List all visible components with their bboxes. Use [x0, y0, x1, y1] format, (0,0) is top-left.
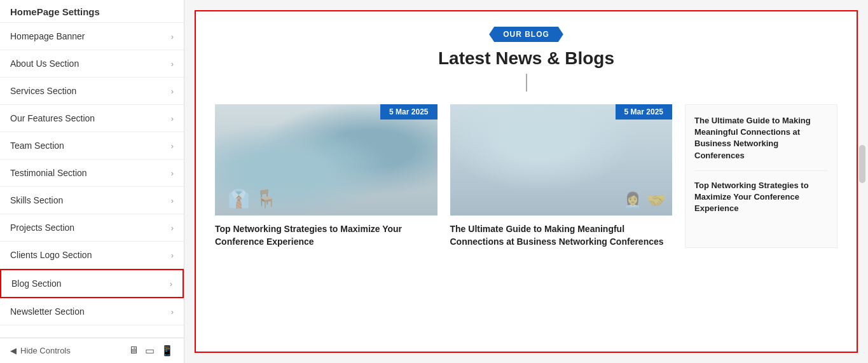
- sidebar-item-newsletter-section[interactable]: Newsletter Section ›: [0, 298, 184, 325]
- blog-card-1: 5 Mar 2025 Top Networking Strategies to …: [215, 104, 437, 248]
- tablet-icon[interactable]: ▭: [145, 345, 155, 357]
- chevron-right-icon: ›: [171, 307, 174, 317]
- sidebar-item-homepage-banner[interactable]: Homepage Banner ›: [0, 23, 184, 50]
- sidebar-item-team-section[interactable]: Team Section ›: [0, 132, 184, 160]
- sidebar-item-projects-section[interactable]: Projects Section ›: [0, 214, 184, 242]
- blog-list-item-2: Top Networking Strategies to Maximize Yo…: [694, 180, 828, 215]
- sidebar-item-clients-logo-section[interactable]: Clients Logo Section ›: [0, 242, 184, 269]
- hide-controls-label: Hide Controls: [20, 346, 71, 355]
- hide-controls-button[interactable]: ◀ Hide Controls: [10, 346, 71, 355]
- blog-list-item-1: The Ultimate Guide to Making Meaningful …: [694, 115, 828, 171]
- sidebar-item-testimonial-section[interactable]: Testimonial Section ›: [0, 160, 184, 187]
- chevron-right-icon: ›: [171, 250, 174, 260]
- chevron-right-icon: ›: [171, 32, 174, 41]
- chevron-right-icon: ›: [171, 141, 174, 151]
- blog-card-2-photo: [450, 104, 673, 216]
- sidebar-item-label: Testimonial Section: [10, 168, 87, 178]
- blog-cards-row: 5 Mar 2025 Top Networking Strategies to …: [215, 104, 837, 248]
- chevron-right-icon: ›: [171, 114, 174, 123]
- arrow-left-icon: ◀: [10, 346, 17, 355]
- blog-divider: [215, 74, 837, 92]
- sidebar-item-label: Team Section: [10, 140, 64, 151]
- sidebar-item-label: Services Section: [10, 86, 76, 96]
- mobile-icon[interactable]: 📱: [161, 345, 174, 357]
- chevron-right-icon: ›: [171, 223, 174, 233]
- sidebar-item-about-us-section[interactable]: About Us Section ›: [0, 50, 184, 78]
- sidebar-item-our-features-section[interactable]: Our Features Section ›: [0, 105, 184, 132]
- main-content: OUR BLOG Latest News & Blogs 5 Mar 2025 …: [184, 0, 868, 363]
- sidebar-item-label: Our Features Section: [10, 113, 95, 123]
- sidebar-item-label: Projects Section: [10, 223, 74, 233]
- chevron-right-icon: ›: [171, 59, 174, 69]
- blog-section-title: Latest News & Blogs: [215, 48, 837, 69]
- sidebar-footer: ◀ Hide Controls 🖥 ▭ 📱: [0, 338, 184, 363]
- sidebar-item-label: Homepage Banner: [10, 31, 85, 41]
- sidebar-item-label: Newsletter Section: [10, 306, 85, 317]
- blog-card-1-photo: [215, 104, 437, 216]
- device-toggle-icons: 🖥 ▭ 📱: [128, 345, 174, 357]
- blog-card-2: 5 Mar 2025 The Ultimate Guide to Making …: [450, 104, 673, 248]
- sidebar-item-label: Clients Logo Section: [10, 250, 92, 260]
- divider-line: [526, 74, 527, 92]
- chevron-right-icon: ›: [171, 196, 174, 205]
- sidebar-header: HomePage Settings: [0, 0, 184, 23]
- blog-card-1-title: Top Networking Strategies to Maximize Yo…: [215, 223, 437, 248]
- main-inner: OUR BLOG Latest News & Blogs 5 Mar 2025 …: [195, 10, 858, 353]
- sidebar-item-services-section[interactable]: Services Section ›: [0, 78, 184, 105]
- blog-card-2-date: 5 Mar 2025: [616, 104, 672, 120]
- blog-card-1-date: 5 Mar 2025: [380, 104, 437, 120]
- chevron-right-icon: ›: [171, 86, 174, 96]
- desktop-icon[interactable]: 🖥: [128, 345, 139, 357]
- chevron-right-icon: ›: [171, 168, 174, 178]
- sidebar-scroll: Homepage Banner › About Us Section › Ser…: [0, 23, 184, 338]
- sidebar-item-blog-section[interactable]: Blog Section ›: [0, 269, 184, 298]
- blog-card-2-image: 5 Mar 2025: [450, 104, 673, 216]
- blog-card-1-image: 5 Mar 2025: [215, 104, 437, 216]
- chevron-right-icon: ›: [170, 279, 172, 289]
- blog-list-column: The Ultimate Guide to Making Meaningful …: [685, 104, 837, 248]
- blog-card-2-title: The Ultimate Guide to Making Meaningful …: [450, 223, 673, 248]
- sidebar-item-label: Blog Section: [11, 278, 62, 289]
- blog-badge-label: OUR BLOG: [489, 27, 563, 42]
- sidebar: HomePage Settings Homepage Banner › Abou…: [0, 0, 184, 363]
- blog-list-item-1-title: The Ultimate Guide to Making Meaningful …: [694, 115, 828, 161]
- blog-badge: OUR BLOG: [215, 27, 837, 42]
- blog-list-item-2-title: Top Networking Strategies to Maximize Yo…: [694, 180, 828, 215]
- sidebar-item-label: Skills Section: [10, 195, 63, 205]
- sidebar-item-skills-section[interactable]: Skills Section ›: [0, 187, 184, 214]
- sidebar-item-label: About Us Section: [10, 58, 79, 69]
